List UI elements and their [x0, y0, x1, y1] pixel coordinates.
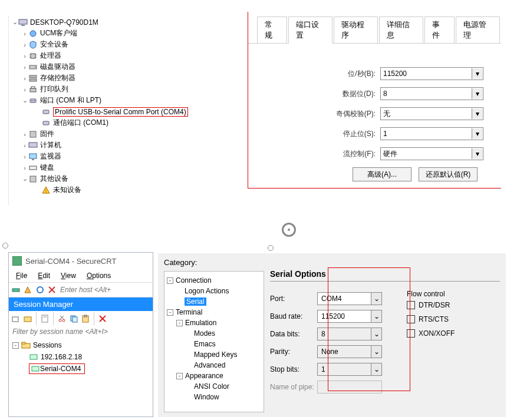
- security-node[interactable]: ›安全设备: [11, 39, 238, 50]
- baud-select[interactable]: 115200⌄: [317, 310, 382, 323]
- ports-node[interactable]: ⌄端口 (COM 和 LPT): [11, 95, 238, 106]
- session-item-selected[interactable]: Serial-COM4: [12, 363, 149, 375]
- stopbits-select[interactable]: 1▾: [380, 127, 483, 140]
- unknown-device-node[interactable]: !未知设备: [11, 184, 238, 196]
- delete-icon[interactable]: [98, 314, 107, 323]
- reconnect-icon[interactable]: [35, 284, 45, 296]
- databits-select[interactable]: 8▾: [380, 87, 483, 100]
- emulation-node[interactable]: -Emulation: [167, 318, 261, 328]
- menu-file[interactable]: File: [16, 272, 27, 280]
- folder-icon: [21, 340, 31, 350]
- serial-node[interactable]: Serial: [167, 296, 261, 307]
- printq-node[interactable]: ›打印队列: [11, 84, 238, 95]
- firmware-node[interactable]: ›固件: [11, 128, 238, 140]
- collapse-icon[interactable]: ⌄: [11, 18, 18, 26]
- session-item[interactable]: 192.168.2.18: [12, 351, 149, 363]
- expand-icon[interactable]: ›: [21, 86, 28, 93]
- ucm-node[interactable]: ›UCM客户端: [11, 28, 238, 39]
- appearance-node[interactable]: -Appearance: [167, 371, 261, 381]
- expand-icon[interactable]: ›: [21, 41, 28, 48]
- menu-options[interactable]: Options: [87, 272, 111, 280]
- expand-icon[interactable]: ›: [21, 153, 28, 160]
- menu-edit[interactable]: Edit: [38, 272, 50, 280]
- session-filter-input[interactable]: [9, 326, 153, 337]
- collapse-box-icon[interactable]: -: [176, 373, 183, 379]
- ansi-node[interactable]: ANSI Color: [167, 381, 261, 392]
- sessions-root-node[interactable]: - Sessions: [12, 339, 149, 351]
- cpu-node[interactable]: ›处理器: [11, 50, 238, 61]
- terminal-node[interactable]: -Terminal: [167, 307, 261, 318]
- new-folder-icon[interactable]: [23, 314, 32, 323]
- computer2-node[interactable]: ›计算机: [11, 140, 238, 151]
- port-select[interactable]: COM4⌄: [317, 292, 382, 305]
- prolific-port-node[interactable]: Prolific USB-to-Serial Comm Port (COM4): [11, 106, 238, 117]
- emacs-node[interactable]: Emacs: [167, 339, 261, 349]
- tab-general[interactable]: 常规: [257, 16, 287, 44]
- collapse-icon[interactable]: ⌄: [21, 175, 28, 183]
- tab-events[interactable]: 事件: [424, 16, 455, 44]
- expand-icon[interactable]: ›: [21, 131, 28, 138]
- expand-icon[interactable]: ›: [21, 142, 28, 149]
- expand-icon[interactable]: ›: [21, 52, 28, 59]
- rts-checkbox[interactable]: RTS/CTS: [407, 312, 483, 326]
- dtr-checkbox[interactable]: DTR/DSR: [407, 298, 483, 312]
- parity-select[interactable]: 无▾: [380, 107, 483, 120]
- checkbox-icon: [407, 315, 415, 323]
- expand-icon[interactable]: ›: [21, 64, 28, 71]
- resize-handle-icon[interactable]: [282, 223, 296, 237]
- window-node[interactable]: Window: [167, 392, 261, 402]
- collapse-box-icon[interactable]: -: [167, 277, 173, 284]
- collapse-box-icon[interactable]: -: [167, 309, 173, 316]
- com1-node[interactable]: 通信端口 (COM1): [11, 117, 238, 128]
- tab-power[interactable]: 电源管理: [456, 16, 500, 44]
- menu-view[interactable]: View: [61, 272, 76, 280]
- modes-node[interactable]: Modes: [167, 328, 261, 339]
- xon-checkbox[interactable]: XON/XOFF: [407, 326, 483, 340]
- cut-icon[interactable]: [57, 314, 67, 323]
- stopbits-select[interactable]: 1⌄: [317, 363, 382, 376]
- expand-icon[interactable]: ›: [21, 30, 28, 37]
- paste-icon[interactable]: [81, 314, 90, 323]
- copy-icon[interactable]: [69, 314, 78, 323]
- logon-node[interactable]: Logon Actions: [167, 286, 261, 296]
- advanced-button[interactable]: 高级(A)...: [353, 167, 411, 181]
- tab-driver[interactable]: 驱动程序: [334, 16, 378, 44]
- ucm-icon: [28, 29, 38, 38]
- svg-point-36: [62, 319, 65, 322]
- baud-select[interactable]: 115200▾: [380, 67, 483, 80]
- mapped-node[interactable]: Mapped Keys: [167, 349, 261, 360]
- new-session-icon[interactable]: [11, 314, 21, 323]
- serial-options-group: Serial Options Port:COM4⌄ Baud rate:1152…: [270, 269, 500, 411]
- collapse-box-icon[interactable]: -: [176, 320, 183, 326]
- databits-select[interactable]: 8⌄: [317, 328, 382, 340]
- tab-details[interactable]: 详细信息: [379, 16, 423, 44]
- warning-icon: !: [41, 186, 51, 195]
- svg-point-15: [31, 100, 32, 101]
- quick-connect-icon[interactable]: [23, 284, 32, 296]
- storage-node[interactable]: ›存储控制器: [11, 72, 238, 84]
- host-input[interactable]: [59, 285, 150, 295]
- tab-port-settings[interactable]: 端口设置: [288, 16, 332, 44]
- connect-icon[interactable]: [11, 284, 21, 296]
- advanced-node[interactable]: Advanced: [167, 360, 261, 371]
- parity-select[interactable]: None⌄: [317, 345, 382, 358]
- svg-rect-46: [22, 342, 25, 344]
- monitor-node[interactable]: ›监视器: [11, 151, 238, 162]
- resize-dot-icon: [268, 245, 274, 251]
- keyboard-node[interactable]: ›键盘: [11, 162, 238, 173]
- restore-defaults-button[interactable]: 还原默认值(R): [419, 167, 478, 181]
- collapse-icon[interactable]: ⌄: [21, 97, 28, 104]
- flow-select[interactable]: 硬件▾: [380, 147, 483, 160]
- collapse-box-icon[interactable]: -: [12, 342, 19, 349]
- expand-icon[interactable]: ›: [21, 75, 28, 82]
- properties-icon[interactable]: [40, 314, 50, 323]
- disk-node[interactable]: ›磁盘驱动器: [11, 61, 238, 72]
- other-node[interactable]: ⌄其他设备: [11, 173, 238, 184]
- computer-node[interactable]: ⌄ DESKTOP-Q790D1M: [11, 16, 238, 28]
- svg-point-28: [37, 287, 43, 293]
- category-label: Category:: [164, 258, 197, 267]
- connection-node[interactable]: -Connection: [167, 275, 261, 286]
- pipe-input: [317, 381, 382, 393]
- disconnect-icon[interactable]: [47, 284, 57, 296]
- expand-icon[interactable]: ›: [21, 164, 28, 171]
